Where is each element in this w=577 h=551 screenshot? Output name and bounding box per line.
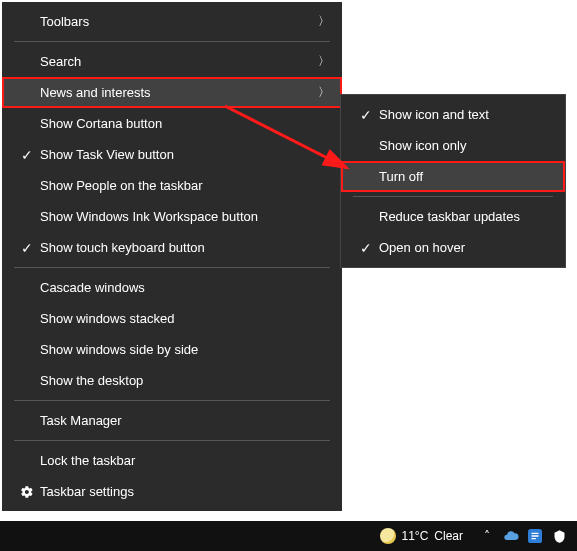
menu-item-label: Show the desktop xyxy=(38,373,330,388)
submenu-item-label: Show icon only xyxy=(377,138,553,153)
tray-app-icon[interactable] xyxy=(527,528,543,544)
menu-item-show-touch-keyboard[interactable]: ✓ Show touch keyboard button xyxy=(2,232,342,263)
checkmark-icon: ✓ xyxy=(16,147,38,163)
menu-item-lock-the-taskbar[interactable]: Lock the taskbar xyxy=(2,445,342,476)
menu-item-label: Lock the taskbar xyxy=(38,453,330,468)
taskbar-context-menu: Toolbars 〉 Search 〉 News and interests 〉… xyxy=(2,2,342,511)
menu-item-label: Toolbars xyxy=(38,14,310,29)
weather-temperature: 11°C xyxy=(402,529,429,543)
submenu-item-open-on-hover[interactable]: ✓ Open on hover xyxy=(341,232,565,263)
menu-item-label: Cascade windows xyxy=(38,280,330,295)
menu-item-label: Show People on the taskbar xyxy=(38,178,330,193)
menu-item-label: Show Task View button xyxy=(38,147,330,162)
tray-chevron-up-icon[interactable]: ˄ xyxy=(479,528,495,544)
menu-item-label: Taskbar settings xyxy=(38,484,330,499)
submenu-item-label: Show icon and text xyxy=(377,107,553,122)
menu-item-label: Search xyxy=(38,54,310,69)
menu-item-show-task-view-button[interactable]: ✓ Show Task View button xyxy=(2,139,342,170)
menu-separator xyxy=(353,196,553,197)
taskbar: 11°C Clear ˄ xyxy=(0,521,577,551)
submenu-item-show-icon-only[interactable]: Show icon only xyxy=(341,130,565,161)
submenu-item-reduce-taskbar-updates[interactable]: Reduce taskbar updates xyxy=(341,201,565,232)
menu-separator xyxy=(14,440,330,441)
menu-item-task-manager[interactable]: Task Manager xyxy=(2,405,342,436)
submenu-item-show-icon-and-text[interactable]: ✓ Show icon and text xyxy=(341,99,565,130)
menu-item-cascade-windows[interactable]: Cascade windows xyxy=(2,272,342,303)
menu-separator xyxy=(14,267,330,268)
menu-item-search[interactable]: Search 〉 xyxy=(2,46,342,77)
submenu-item-label: Turn off xyxy=(377,169,553,184)
weather-condition: Clear xyxy=(434,529,463,543)
menu-item-toolbars[interactable]: Toolbars 〉 xyxy=(2,6,342,37)
menu-item-label: Task Manager xyxy=(38,413,330,428)
chevron-right-icon: 〉 xyxy=(310,53,330,70)
menu-separator xyxy=(14,400,330,401)
menu-item-show-people[interactable]: Show People on the taskbar xyxy=(2,170,342,201)
gear-icon xyxy=(16,485,38,499)
checkmark-icon: ✓ xyxy=(355,240,377,256)
menu-item-label: Show windows stacked xyxy=(38,311,330,326)
menu-item-show-the-desktop[interactable]: Show the desktop xyxy=(2,365,342,396)
menu-item-taskbar-settings[interactable]: Taskbar settings xyxy=(2,476,342,507)
system-tray: ˄ xyxy=(473,528,573,544)
tray-security-icon[interactable] xyxy=(551,528,567,544)
tray-cloud-icon[interactable] xyxy=(503,528,519,544)
weather-widget[interactable]: 11°C Clear xyxy=(370,521,474,551)
submenu-item-label: Reduce taskbar updates xyxy=(377,209,553,224)
submenu-item-turn-off[interactable]: Turn off xyxy=(341,161,565,192)
menu-item-label: Show touch keyboard button xyxy=(38,240,330,255)
checkmark-icon: ✓ xyxy=(16,240,38,256)
menu-item-show-cortana-button[interactable]: Show Cortana button xyxy=(2,108,342,139)
news-and-interests-submenu: ✓ Show icon and text Show icon only Turn… xyxy=(340,94,566,268)
menu-item-news-and-interests[interactable]: News and interests 〉 xyxy=(2,77,342,108)
menu-separator xyxy=(14,41,330,42)
menu-item-label: Show Cortana button xyxy=(38,116,330,131)
chevron-right-icon: 〉 xyxy=(310,13,330,30)
menu-item-label: Show Windows Ink Workspace button xyxy=(38,209,330,224)
checkmark-icon: ✓ xyxy=(355,107,377,123)
submenu-item-label: Open on hover xyxy=(377,240,553,255)
menu-item-show-windows-stacked[interactable]: Show windows stacked xyxy=(2,303,342,334)
moon-icon xyxy=(380,528,396,544)
menu-item-show-windows-side-by-side[interactable]: Show windows side by side xyxy=(2,334,342,365)
menu-item-label: Show windows side by side xyxy=(38,342,330,357)
chevron-right-icon: 〉 xyxy=(310,84,330,101)
menu-item-show-ink-workspace[interactable]: Show Windows Ink Workspace button xyxy=(2,201,342,232)
menu-item-label: News and interests xyxy=(38,85,310,100)
